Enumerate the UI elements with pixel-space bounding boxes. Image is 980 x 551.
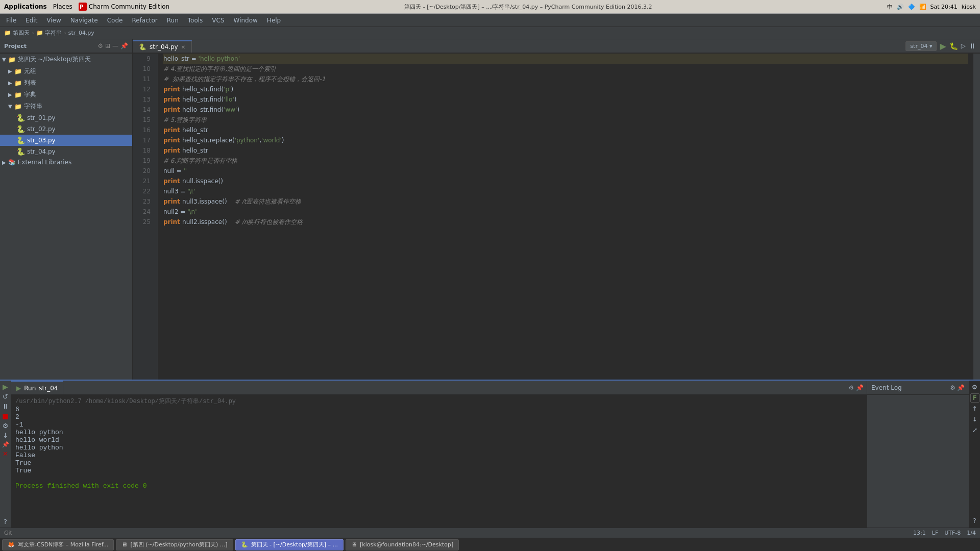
app-logo: P Charm Community Edition [79, 3, 169, 11]
menu-help[interactable]: Help [263, 16, 285, 25]
editor-area[interactable]: 9 10 11 12 13 14 15 16 17 18 19 20 21 22… [133, 54, 973, 380]
ev-tool-expand[interactable]: ⤢ [970, 425, 979, 435]
run-output-line: True [15, 467, 863, 474]
code-line: null3 = '\t' [163, 186, 968, 196]
run-help-icon[interactable]: ? [4, 518, 7, 525]
run-stop-icon[interactable]: ■ [2, 412, 8, 420]
taskbar-item-terminal2[interactable]: 🖥 [kiosk@foundation84:~/Desktop] [346, 539, 459, 550]
taskbar-item-terminal1[interactable]: 🖥 [第四 (~/Desktop/python第四天) ...] [116, 539, 233, 550]
places-menu[interactable]: Places [53, 3, 72, 10]
debug-button[interactable]: 🐛 [949, 42, 958, 50]
run-output-blank [15, 474, 863, 482]
menu-refactor[interactable]: Refactor [128, 16, 161, 25]
sidebar-tree: ▼ 📁 第四天 ~/Desktop/第四天 ▶ 📁 元组 ▶ 📁 列表 [0, 54, 132, 380]
run-pause-icon[interactable]: ⏸ [2, 403, 9, 410]
tab-close-icon[interactable]: ✕ [181, 44, 185, 50]
status-position: 1/4 [967, 530, 976, 536]
tree-zifuchuan[interactable]: ▼ 📁 字符串 [0, 101, 132, 112]
code-content[interactable]: hello_str = 'hello python' # 4.查找指定的字符串,… [158, 54, 973, 380]
status-bar-right: 13:1 LF UTF-8 1/4 [913, 530, 976, 536]
run-play-icon[interactable]: ▶ [3, 383, 8, 391]
run-scroll-icon[interactable]: ↓ [3, 432, 8, 439]
stop-button[interactable]: ⏸ [969, 42, 976, 50]
sidebar-collapse-icon[interactable]: — [112, 42, 118, 49]
status-lf[interactable]: LF [932, 530, 938, 536]
applications-menu[interactable]: Applications [4, 3, 47, 10]
taskbar-item-firefox[interactable]: 🦊 写文章-CSDN博客 – Mozilla Firef... [2, 539, 114, 550]
menu-tools[interactable]: Tools [184, 16, 207, 25]
bluetooth-icon[interactable]: 🔷 [908, 4, 915, 10]
tree-external-libs[interactable]: ▶ 📚 External Libraries [0, 157, 132, 167]
code-line: print null2.isspace() # /n换行符也被看作空格 [163, 217, 968, 227]
breadcrumb: 📁 第四天 › 📁 字符串 › str_04.py [0, 27, 980, 39]
code-line: # 5.替换字符串 [163, 115, 968, 125]
tree-label: str_01.py [27, 114, 56, 121]
tab-str04[interactable]: 🐍 str_04.py ✕ [133, 40, 192, 53]
run-left-toolbar: ▶ ↺ ⏸ ■ ⚙ ↓ 📌 ✕ ? [0, 381, 11, 528]
tree-yuanzu[interactable]: ▶ 📁 元组 [0, 65, 132, 77]
datetime-label: Sat 20:41 [930, 4, 958, 10]
input-indicator[interactable]: 中 [887, 3, 893, 11]
volume-icon[interactable]: 🔊 [897, 4, 904, 10]
menu-view[interactable]: View [42, 16, 65, 25]
taskbar-label-pycharm: 第四天 - [~/Desktop/第四天] – ... [251, 541, 338, 548]
system-bar-right: 中 🔊 🔷 📶 Sat 20:41 kiosk [887, 3, 976, 11]
network-icon[interactable]: 📶 [919, 4, 926, 10]
event-log-pin-icon[interactable]: 📌 [957, 384, 965, 391]
collapse-icon: ▼ [2, 57, 6, 62]
system-bar-left: Applications Places P Charm Community Ed… [4, 3, 169, 11]
ev-tool-help[interactable]: ? [970, 516, 979, 525]
tree-str01[interactable]: 🐍 str_01.py [0, 112, 132, 123]
tree-label: 字典 [24, 90, 36, 99]
system-bar-title: 第四天 - [~/Desktop/第四天] – .../字符串/str_04.p… [404, 3, 652, 11]
ev-tool-filter[interactable]: F [970, 393, 979, 403]
tree-root[interactable]: ▼ 📁 第四天 ~/Desktop/第四天 [0, 54, 132, 65]
breadcrumb-item[interactable]: 📁 第四天 [4, 29, 30, 37]
run-tab[interactable]: ▶ Run str_04 [11, 381, 63, 395]
ev-tool-up[interactable]: ↑ [970, 404, 979, 413]
run-output-line: hello python [15, 429, 863, 436]
run-pin-icon[interactable]: 📌 [2, 441, 9, 448]
ev-tool-down[interactable]: ↓ [970, 415, 979, 424]
run-settings-icon[interactable]: ⚙ [3, 422, 9, 430]
event-log-gear-icon[interactable]: ⚙ [950, 384, 955, 391]
tree-label: External Libraries [18, 159, 71, 166]
menu-navigate[interactable]: Navigate [66, 16, 102, 25]
sidebar-settings-icon[interactable]: ⚙ [97, 42, 103, 49]
run-header-pin-icon[interactable]: 📌 [856, 384, 864, 391]
breadcrumb-item[interactable]: str_04.py [68, 30, 94, 36]
run-coverage-button[interactable]: ▷ [961, 42, 966, 49]
tree-zidian[interactable]: ▶ 📁 字典 [0, 89, 132, 101]
status-line-col[interactable]: 13:1 [913, 530, 926, 536]
run-rerun-icon[interactable]: ↺ [3, 393, 8, 400]
taskbar-item-pycharm[interactable]: 🐍 第四天 - [~/Desktop/第四天] – ... [235, 539, 344, 550]
sidebar-header-label: Project [4, 43, 27, 49]
run-panel-header: ▶ Run str_04 ⚙ 📌 [11, 381, 867, 395]
tree-liebiao[interactable]: ▶ 📁 列表 [0, 77, 132, 89]
run-button[interactable]: ▶ [940, 41, 946, 51]
tree-label: str_03.py [27, 137, 56, 144]
tree-str03[interactable]: 🐍 str_03.py [0, 135, 132, 146]
run-config-selector[interactable]: str_04 ▾ [905, 41, 937, 51]
ev-tool-settings[interactable]: ⚙ [970, 383, 979, 392]
user-label: kiosk [962, 4, 976, 10]
sidebar-pin-icon[interactable]: 📌 [120, 42, 128, 49]
code-line: null2 = '\n' [163, 207, 968, 217]
breadcrumb-item[interactable]: 📁 字符串 [36, 29, 62, 37]
event-log-content [867, 395, 969, 528]
menu-file[interactable]: File [2, 16, 20, 25]
menu-edit[interactable]: Edit [21, 16, 41, 25]
status-encoding[interactable]: UTF-8 [944, 530, 961, 536]
menu-vcs[interactable]: VCS [208, 16, 228, 25]
run-close-icon[interactable]: ✕ [3, 450, 8, 458]
sidebar-expand-icon[interactable]: ⊞ [105, 42, 110, 49]
code-line: # 4.查找指定的字符串,返回的是一个索引 [163, 64, 968, 74]
menu-window[interactable]: Window [230, 16, 262, 25]
run-header-gear-icon[interactable]: ⚙ [848, 384, 854, 391]
tree-str02[interactable]: 🐍 str_02.py [0, 123, 132, 135]
tree-label: 列表 [24, 79, 36, 87]
menu-code[interactable]: Code [103, 16, 127, 25]
menu-run[interactable]: Run [163, 16, 183, 25]
tree-str04[interactable]: 🐍 str_04.py [0, 146, 132, 157]
tree-label: 元组 [24, 67, 36, 76]
